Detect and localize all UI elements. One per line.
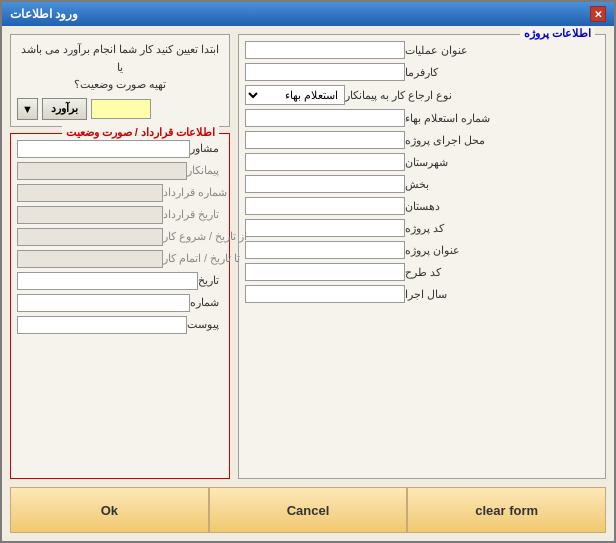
referral-type-label: نوع ارجاع کار به پیمانکار	[345, 89, 452, 102]
consultant-row: مشاور	[17, 140, 223, 158]
operation-title-row: عنوان عملیات	[245, 41, 599, 59]
referral-type-row: نوع ارجاع کار به پیمانکار استعلام بهاء م…	[245, 85, 599, 105]
attachment-label: پیوست	[187, 318, 219, 331]
right-panel: ابتدا تعیین کنید کار شما انجام برآورد می…	[10, 34, 230, 479]
plan-code-label: کد طرح	[405, 266, 441, 279]
rural-district-row: دهستان	[245, 197, 599, 215]
top-info-line2: تهیه صورت وضعیت؟	[17, 76, 223, 94]
left-panel: اطلاعات پروژه عنوان عملیات کارفرما نوع ا…	[238, 34, 606, 479]
contract-date-input	[17, 206, 163, 224]
project-title-input[interactable]	[245, 241, 405, 259]
date-row: تاریخ	[17, 272, 223, 290]
title-bar: ✕ ورود اطلاعات	[2, 2, 614, 26]
execution-year-row: سال اجرا	[245, 285, 599, 303]
close-button[interactable]: ✕	[590, 6, 606, 22]
contract-number-label: شماره قرارداد	[163, 186, 227, 199]
operation-title-input[interactable]	[245, 41, 405, 59]
inquiry-number-label: شماره استعلام بهاء	[405, 112, 490, 125]
contract-date-label: تاریخ قرارداد	[163, 208, 219, 221]
end-date-input	[17, 250, 163, 268]
clear-form-button[interactable]: clear form	[407, 487, 606, 533]
top-info-box: ابتدا تعیین کنید کار شما انجام برآورد می…	[10, 34, 230, 127]
contractor-label: کارفرما	[405, 66, 438, 79]
execution-year-label: سال اجرا	[405, 288, 447, 301]
window-body: اطلاعات پروژه عنوان عملیات کارفرما نوع ا…	[2, 26, 614, 541]
contractor-row: کارفرما	[245, 63, 599, 81]
start-date-label: از تاریخ / شروع کار	[163, 230, 247, 243]
sub-contractor-input	[17, 162, 187, 180]
end-date-label: تا تاریخ / اتمام کار	[163, 252, 240, 265]
project-location-label: محل اجرای پروژه	[405, 134, 485, 147]
number-row: شماره	[17, 294, 223, 312]
city-row: شهرستان	[245, 153, 599, 171]
consultant-label: مشاور	[190, 142, 219, 155]
execution-year-input[interactable]	[245, 285, 405, 303]
date-input[interactable]	[17, 272, 198, 290]
rural-district-input[interactable]	[245, 197, 405, 215]
district-input[interactable]	[245, 175, 405, 193]
operation-title-label: عنوان عملیات	[405, 44, 468, 57]
bottom-bar: clear form Cancel Ok	[10, 487, 606, 533]
project-title-row: عنوان پروژه	[245, 241, 599, 259]
contract-panel: اطلاعات قرارداد / صورت وضعیت مشاور پیمان…	[10, 133, 230, 479]
contract-panel-title: اطلاعات قرارداد / صورت وضعیت	[62, 126, 219, 139]
plan-code-row: کد طرح	[245, 263, 599, 281]
contract-number-row: شماره قرارداد	[17, 184, 223, 202]
main-content: اطلاعات پروژه عنوان عملیات کارفرما نوع ا…	[10, 34, 606, 479]
referral-type-select[interactable]: استعلام بهاء مناقصه ترک تشریفات	[245, 85, 345, 105]
rural-district-label: دهستان	[405, 200, 440, 213]
baravard-input[interactable]	[91, 99, 151, 119]
project-code-input[interactable]	[245, 219, 405, 237]
ok-button[interactable]: Ok	[10, 487, 209, 533]
inquiry-number-input[interactable]	[245, 109, 405, 127]
cancel-button[interactable]: Cancel	[209, 487, 408, 533]
inquiry-number-row: شماره استعلام بهاء	[245, 109, 599, 127]
baravard-row: برآورد ▼	[17, 98, 223, 120]
project-code-row: کد پروژه	[245, 219, 599, 237]
project-location-row: محل اجرای پروژه	[245, 131, 599, 149]
end-date-row: تا تاریخ / اتمام کار	[17, 250, 223, 268]
start-date-input	[17, 228, 163, 246]
number-input[interactable]	[17, 294, 190, 312]
project-title-label: عنوان پروژه	[405, 244, 460, 257]
left-panel-title: اطلاعات پروژه	[520, 27, 595, 40]
attachment-row: پیوست	[17, 316, 223, 334]
attachment-input[interactable]	[17, 316, 187, 334]
main-window: ✕ ورود اطلاعات اطلاعات پروژه عنوان عملیا…	[0, 0, 616, 543]
project-code-label: کد پروژه	[405, 222, 444, 235]
district-label: بخش	[405, 178, 429, 191]
baravard-dropdown-button[interactable]: ▼	[17, 98, 38, 120]
date-label: تاریخ	[198, 274, 219, 287]
baravard-button[interactable]: برآورد	[42, 98, 87, 120]
sub-contractor-label: پیمانکار	[187, 164, 219, 177]
start-date-row: از تاریخ / شروع کار	[17, 228, 223, 246]
contractor-input[interactable]	[245, 63, 405, 81]
sub-contractor-row: پیمانکار	[17, 162, 223, 180]
project-location-input[interactable]	[245, 131, 405, 149]
top-info-line1: ابتدا تعیین کنید کار شما انجام برآورد می…	[17, 41, 223, 76]
plan-code-input[interactable]	[245, 263, 405, 281]
number-label: شماره	[190, 296, 219, 309]
consultant-input[interactable]	[17, 140, 190, 158]
district-row: بخش	[245, 175, 599, 193]
contract-number-input	[17, 184, 163, 202]
contract-date-row: تاریخ قرارداد	[17, 206, 223, 224]
city-label: شهرستان	[405, 156, 448, 169]
window-title: ورود اطلاعات	[10, 7, 78, 21]
city-input[interactable]	[245, 153, 405, 171]
